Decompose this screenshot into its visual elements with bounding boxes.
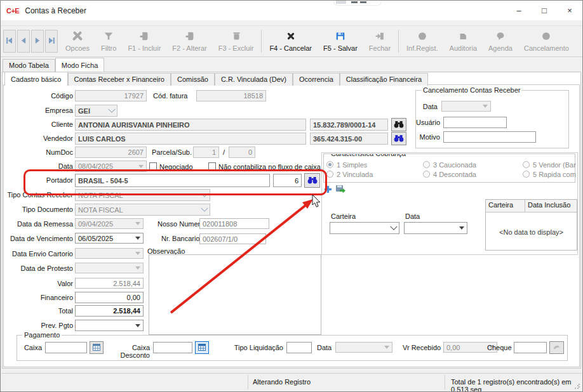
carteira-grid[interactable]: Carteira Data Inclusão <No data to displ… (485, 199, 577, 251)
cheque-lookup-button[interactable] (549, 341, 564, 354)
tab-classificacao-financeira[interactable]: Classificação Financeira (340, 73, 428, 86)
tipo-liquidacao-label: Tipo Liquidação (232, 344, 283, 351)
parcela-sub-label: Parcela/Sub. (152, 148, 192, 156)
sub-parcela-field: 0 (229, 147, 255, 158)
nao-contabiliza-checkbox[interactable] (208, 162, 216, 170)
pagamento-groupbox-title: Pagamento (22, 331, 62, 339)
chevron-down-icon (390, 223, 397, 230)
nr-bancario-field: 002607/1/0 (199, 233, 266, 244)
grid-lookup-icon (198, 344, 206, 352)
dropdown-arrow-icon (135, 266, 140, 270)
parcela-separator: / (223, 148, 225, 156)
financeiro-label: Financeiro (2, 294, 73, 301)
valor-field: 2.518,44 (75, 278, 144, 289)
codigo-label: Código (2, 92, 73, 100)
cod-fatura-label: Cód. fatura (153, 92, 187, 100)
data-vencimento-combobox[interactable]: 06/05/2025 (75, 233, 144, 244)
dropdown-arrow-icon (135, 222, 140, 225)
save-carteira-button[interactable] (335, 184, 346, 195)
usuario-field[interactable] (443, 117, 507, 128)
observacao-textarea[interactable] (149, 254, 321, 335)
caixa-desconto-lookup-button[interactable] (195, 341, 209, 354)
dropdown-arrow-icon (459, 226, 464, 230)
chevron-down-icon (201, 204, 208, 211)
radio-3-caucionada-label: 3 Caucionada (433, 161, 476, 169)
grid-col-carteira: Carteira (486, 200, 525, 212)
nosso-numero-field: 020011808 (199, 218, 269, 229)
dropdown-arrow-icon (135, 237, 140, 240)
cliente-search-button[interactable] (391, 118, 406, 131)
radio-5-rapida-label: 5 Rapida com Reg (533, 171, 576, 178)
portador-code-field[interactable]: 6 (273, 174, 302, 187)
data-label: Data (2, 162, 73, 170)
tipo-contas-receber-combobox: NOTA FISCAL (75, 189, 210, 201)
data-envio-cartorio-combobox (75, 248, 144, 259)
vendedor-field: LUIS CARLOS (75, 133, 306, 145)
numdoc-field: 2607 (75, 147, 147, 158)
portador-search-button[interactable] (304, 173, 320, 188)
tipo-liquidacao-field[interactable] (286, 342, 312, 353)
data-combobox: 08/04/2025 (75, 160, 147, 172)
vendedor-search-button[interactable] (391, 132, 406, 145)
data-remessa-label: Data da Remessa (2, 220, 73, 228)
tab-cadastro-basico[interactable]: Cadastro básico (4, 72, 68, 86)
radio-1-simples (326, 161, 333, 168)
tipo-documento-label: Tipo Documento (2, 206, 73, 213)
tab-cr-vinculada[interactable]: C.R. Vinculada (Dev) (215, 73, 293, 86)
financeiro-field[interactable]: 0,00 (75, 292, 144, 303)
data-protesto-combobox (75, 263, 144, 273)
negociado-checkbox[interactable] (149, 162, 157, 170)
cliente-doc-field: 15.832.789/0001-14 (310, 119, 388, 131)
app-window: C+E Contas à Receber – □ × Opcoes Filtro (0, 0, 583, 392)
prev-pgto-combobox[interactable] (75, 320, 144, 331)
radio-5-rapida (523, 171, 530, 178)
tipo-contas-receber-label: Tipo Contas Receber (2, 191, 73, 199)
data-protesto-label: Data de Protesto (2, 265, 73, 272)
tab-comissao[interactable]: Comissão (171, 73, 215, 86)
radio-4-descontada-label: 4 Descontada (433, 171, 476, 178)
cheque-field[interactable] (514, 342, 547, 353)
tab-modo-tabela[interactable]: Modo Tabela (3, 59, 55, 72)
vendedor-doc-field: 365.424.315-00 (310, 133, 388, 145)
total-field[interactable]: 2.518,44 (75, 305, 144, 317)
radio-5-vendor (523, 161, 530, 168)
negociado-label: Negociado (159, 163, 193, 171)
radio-3-caucionada (423, 161, 430, 168)
radio-1-simples-label: 1 Simples (337, 161, 367, 169)
dropdown-arrow-icon (135, 252, 140, 255)
tab-contas-receber-x-financeiro[interactable]: Contas Receber x Financeiro (68, 73, 171, 86)
caixa-desconto-field[interactable] (153, 342, 192, 353)
caracteristica-groupbox-title: Caracteristica Cobrança (329, 154, 408, 157)
caixa-lookup-button[interactable] (90, 341, 104, 354)
add-carteira-button[interactable] (324, 185, 332, 195)
caixa-field[interactable] (45, 342, 87, 353)
binoculars-blue-icon (307, 176, 318, 185)
nr-bancario-label: Nr. Bancario (161, 235, 200, 242)
dropdown-arrow-icon (483, 105, 488, 108)
plus-icon (324, 187, 332, 195)
tab-modo-ficha[interactable]: Modo Ficha (55, 58, 104, 72)
nosso-numero-label: Nosso Numero (157, 220, 204, 228)
portador-field[interactable]: BRASIL - 504-5 (75, 174, 270, 187)
cancelamento-data-combobox (441, 101, 491, 112)
chevron-down-icon (201, 190, 208, 197)
empresa-combobox: GEI (75, 105, 117, 117)
cheque-label: Cheque (487, 344, 512, 351)
sub-tab-bar: Cadastro básico Contas Receber x Finance… (4, 73, 428, 86)
grid-lookup-icon (93, 344, 100, 352)
portador-label: Portador (2, 176, 73, 184)
motivo-field[interactable] (443, 131, 536, 143)
carteira-data-label: Data (405, 212, 420, 220)
cancelamento-groupbox-title: Cancelamento Contas Receber (421, 86, 522, 94)
cancelamento-data-label: Data (421, 103, 438, 110)
mode-tab-bar: Modo Tabela Modo Ficha (3, 59, 104, 72)
parcela-field: 1 (193, 147, 219, 158)
carteira-combobox[interactable] (330, 222, 399, 234)
carteira-data-combobox[interactable] (404, 222, 467, 234)
chevron-down-icon (108, 105, 115, 112)
tab-ocorrencia[interactable]: Ocorrencia (293, 73, 340, 86)
codigo-field: 17927 (75, 90, 147, 101)
vendedor-label: Vendedor (2, 134, 73, 142)
cliente-field: ANTONIA AURISVANIA PINHEIRO (75, 119, 306, 131)
vr-recebido-label: Vr Recebido (403, 344, 441, 351)
